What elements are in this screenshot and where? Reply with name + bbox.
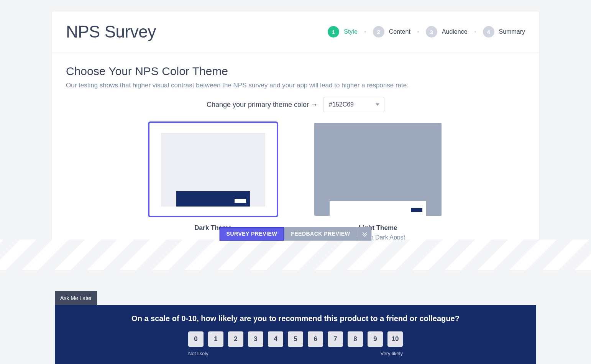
theme-preview-widget (330, 201, 426, 216)
nps-scale-labels: Not likely Very likely (188, 351, 403, 356)
nps-score-2[interactable]: 2 (228, 331, 243, 347)
preview-tabs: SURVEY PREVIEW FEEDBACK PREVIEW (220, 227, 372, 241)
theme-light-option[interactable]: Light Theme (Best for Dark Apps) (313, 121, 443, 241)
theme-preview-bg (314, 123, 442, 216)
tab-survey-preview[interactable]: SURVEY PREVIEW (220, 227, 284, 241)
nps-score-3[interactable]: 3 (248, 331, 263, 347)
nps-high-label: Very likely (380, 351, 403, 356)
main-card: NPS Survey 1 Style 2 Content 3 Audience … (52, 11, 539, 241)
step-separator-dot (474, 31, 476, 33)
step-label: Style (344, 28, 358, 35)
nps-survey-widget: Ask Me Later On a scale of 0-10, how lik… (55, 305, 536, 364)
step-summary[interactable]: 4 Summary (483, 26, 525, 38)
step-separator-dot (364, 31, 366, 33)
tab-feedback-preview[interactable]: FEEDBACK PREVIEW (284, 227, 357, 241)
theme-preview-bg (161, 133, 265, 207)
step-label: Audience (442, 28, 468, 35)
nps-question: On a scale of 0-10, how likely are you t… (55, 314, 536, 323)
nps-score-5[interactable]: 5 (288, 331, 303, 347)
step-number: 1 (328, 26, 339, 38)
nps-score-0[interactable]: 0 (188, 331, 204, 347)
nps-score-7[interactable]: 7 (328, 331, 343, 347)
theme-light-preview (313, 121, 443, 217)
ask-me-later-button[interactable]: Ask Me Later (55, 291, 97, 305)
theme-options: Dark Theme Light Theme (Best for Dark Ap… (66, 121, 525, 241)
step-number: 3 (426, 26, 437, 38)
nps-score-9[interactable]: 9 (368, 331, 383, 347)
striped-background (0, 239, 591, 270)
section-title: Choose Your NPS Color Theme (66, 65, 525, 78)
nps-score-6[interactable]: 6 (308, 331, 323, 347)
theme-dark-option[interactable]: Dark Theme (148, 121, 278, 241)
step-content[interactable]: 2 Content (373, 26, 410, 38)
content-area: Choose Your NPS Color Theme Our testing … (52, 52, 539, 241)
section-description: Our testing shows that higher visual con… (66, 82, 525, 89)
theme-preview-widget (176, 191, 250, 207)
theme-dark-preview (148, 121, 278, 217)
nps-score-4[interactable]: 4 (268, 331, 283, 347)
nps-score-10[interactable]: 10 (387, 331, 403, 347)
color-picker-label: Change your primary theme color → (207, 101, 318, 109)
nps-low-label: Not likely (188, 351, 208, 356)
color-picker-row: Change your primary theme color → #152C6… (66, 97, 525, 112)
step-label: Content (389, 28, 410, 35)
nps-score-1[interactable]: 1 (208, 331, 223, 347)
chevron-down-double-icon (361, 231, 367, 236)
nps-scale: 0 1 2 3 4 5 6 7 8 9 10 (55, 331, 536, 347)
nps-score-8[interactable]: 8 (348, 331, 363, 347)
color-value: #152C69 (329, 101, 354, 108)
header: NPS Survey 1 Style 2 Content 3 Audience … (52, 11, 539, 52)
step-number: 4 (483, 26, 494, 38)
step-number: 2 (373, 26, 384, 38)
caret-down-icon (376, 103, 379, 106)
color-dropdown[interactable]: #152C69 (323, 97, 384, 112)
step-separator-dot (417, 31, 419, 33)
wizard-steps: 1 Style 2 Content 3 Audience 4 Summary (328, 26, 525, 38)
page-title: NPS Survey (66, 22, 156, 41)
step-label: Summary (499, 28, 525, 35)
step-audience[interactable]: 3 Audience (426, 26, 468, 38)
step-style[interactable]: 1 Style (328, 26, 358, 38)
collapse-preview-button[interactable] (357, 227, 371, 241)
